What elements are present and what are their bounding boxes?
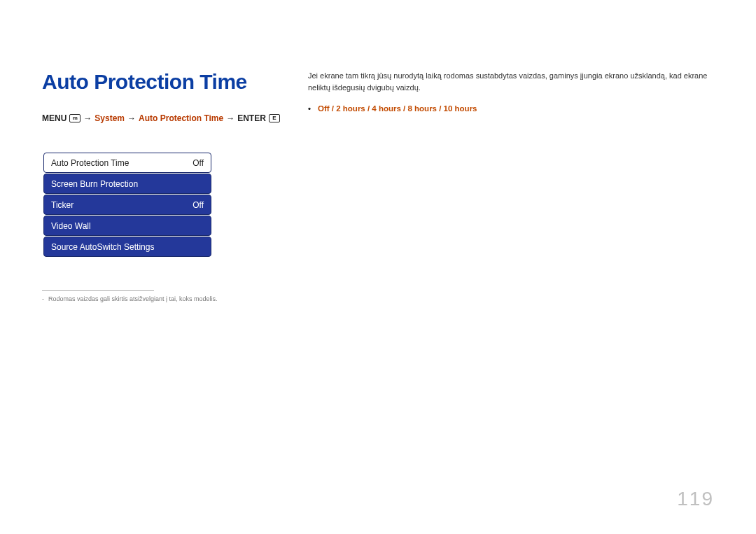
menu-item-auto-protection-time[interactable]: Auto Protection Time Off [43,153,211,173]
right-column: Jei ekrane tam tikrą jūsų nurodytą laiką… [308,70,714,302]
options-line: • Off / 2 hours / 4 hours / 8 hours / 10… [308,103,714,115]
breadcrumb: MENU m → System → Auto Protection Time →… [42,113,280,123]
arrow-icon: → [226,113,234,123]
arrow-icon: → [127,113,136,123]
menu-item-label: Source AutoSwitch Settings [51,242,154,252]
menu-item-label: Screen Burn Protection [51,179,138,189]
footnote-text: Rodomas vaizdas gali skirtis atsižvelgia… [48,295,218,302]
bullet-icon: • [308,103,311,115]
content-columns: Auto Protection Time MENU m → System → A… [42,70,714,302]
options-values: Off / 2 hours / 4 hours / 8 hours / 10 h… [318,103,477,115]
enter-icon: E [269,114,280,122]
page-number: 119 [677,488,714,510]
menu-item-value: Off [192,158,204,168]
left-column: Auto Protection Time MENU m → System → A… [42,70,280,302]
menu-item-value: Off [192,200,204,210]
osd-menu-panel: Auto Protection Time Off Screen Burn Pro… [43,153,211,257]
menu-item-screen-burn-protection[interactable]: Screen Burn Protection [43,174,211,194]
breadcrumb-enter-label: ENTER [237,113,266,123]
footnote-dash: - [42,295,44,302]
footnote-divider [42,290,154,291]
menu-item-ticker[interactable]: Ticker Off [43,195,211,215]
description-text: Jei ekrane tam tikrą jūsų nurodytą laiką… [308,70,714,93]
menu-item-label: Ticker [51,200,74,210]
breadcrumb-auto-protection: Auto Protection Time [139,113,223,123]
footnote: - Rodomas vaizdas gali skirtis atsižvelg… [42,295,280,302]
breadcrumb-system: System [94,113,125,123]
menu-item-label: Auto Protection Time [51,158,129,168]
menu-item-source-autoswitch[interactable]: Source AutoSwitch Settings [43,237,211,257]
menu-icon: m [69,114,80,122]
menu-item-label: Video Wall [51,221,91,231]
arrow-icon: → [83,113,92,123]
manual-page: Auto Protection Time MENU m → System → A… [0,0,756,534]
page-title: Auto Protection Time [42,70,280,94]
menu-item-video-wall[interactable]: Video Wall [43,216,211,236]
breadcrumb-menu-label: MENU [42,113,66,123]
